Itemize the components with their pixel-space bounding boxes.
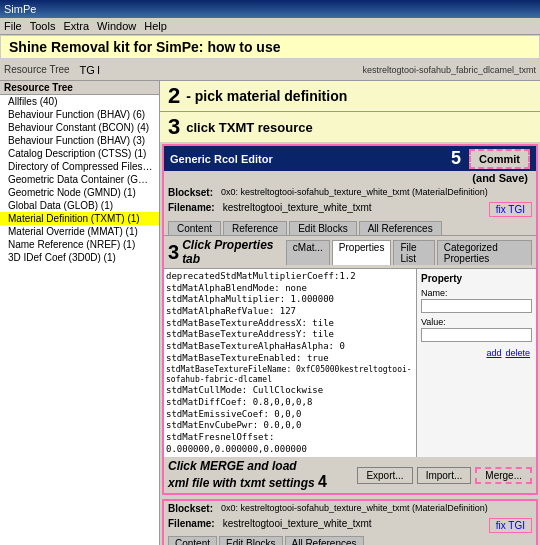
prop-item: stdMatBaseTextureAddressY: tile	[166, 329, 414, 341]
import-button[interactable]: Import...	[417, 467, 472, 484]
menu-bar: File Tools Extra Window Help	[0, 18, 540, 35]
filename-row: Filename: kestreltogtooi_texture_white_t…	[164, 200, 536, 219]
fix-tgi-button[interactable]: fix TGI	[489, 202, 532, 217]
tree-item-dir[interactable]: Directory of Compressed Files (1)	[0, 160, 159, 173]
shine-banner: Shine Removal kit for SimPe: how to use	[0, 35, 540, 59]
resource-tree-title: Resource Tree	[4, 82, 73, 93]
value-input[interactable]	[421, 328, 532, 342]
prop-item: stdMatEmissiveCoef: 0,0,0	[166, 409, 414, 421]
bottom-blockset-value: 0x0: kestreltogtooi-sofahub_texture_whit…	[221, 503, 488, 514]
editor-body: deprecatedStdMatMultiplierCoeff:1.2 stdM…	[164, 269, 536, 457]
right-area: 2 - pick material definition Name Type G…	[160, 81, 540, 545]
blockset-value: 0x0: kestreltogtooi-sofahub_texture_whit…	[221, 187, 488, 198]
step3-text: Click Properties tab	[182, 238, 282, 266]
prop-item: stdMatBaseTextureEnabled: true	[166, 353, 414, 365]
prop-item: stdMatDiffCoef: 0.8,0,0,0,8	[166, 397, 414, 409]
toolbar-i[interactable]: I	[97, 64, 100, 76]
tree-item-gmdc[interactable]: Geometric Data Container (GMDC)	[0, 173, 159, 186]
filename-label: Filename:	[168, 202, 215, 217]
rcol-editor-title: Generic Rcol Editor 5 Commit	[164, 146, 536, 171]
title-bar: SimPe	[0, 0, 540, 18]
tab-edit-blocks[interactable]: Edit Blocks	[289, 221, 356, 235]
resource-tree-label: Resource Tree	[4, 64, 70, 75]
export-button[interactable]: Export...	[357, 467, 412, 484]
bottom-blockset-row: Blockset: 0x0: kestreltogtooi-sofahub_te…	[164, 501, 536, 516]
tree-item-allfiles[interactable]: Allfiles (40)	[0, 95, 159, 108]
menu-window[interactable]: Window	[97, 20, 136, 32]
toolbar-tg[interactable]: TG	[80, 64, 95, 76]
tree-item-3d0d[interactable]: 3D IDef Coef (3D0D) (1)	[0, 251, 159, 264]
merge-button[interactable]: Merge...	[475, 467, 532, 484]
step2-number: 2	[168, 83, 180, 109]
bottom-filename-row: Filename: kestreltogtooi_texture_white_t…	[164, 516, 536, 535]
step4-annotation: Click MERGE and loadxml file with txmt s…	[168, 459, 327, 491]
tree-item-ctss[interactable]: Catalog Description (CTSS) (1)	[0, 147, 159, 160]
subtab-properties[interactable]: Properties	[332, 240, 392, 265]
step3-annotation: 3 Click Properties tab	[168, 238, 282, 266]
bottom-tab-edit-blocks[interactable]: Edit Blocks	[219, 536, 282, 545]
tree-item-bcon[interactable]: Behaviour Constant (BCON) (4)	[0, 121, 159, 134]
step1-text: click TXMT resource	[186, 120, 312, 135]
menu-file[interactable]: File	[4, 20, 22, 32]
tree-item-gmnd[interactable]: Geometric Node (GMND) (1)	[0, 186, 159, 199]
property-panel: Property Name: Value: add delete	[416, 269, 536, 457]
tree-item-bhav[interactable]: Behaviour Function (BHAV) (6)	[0, 108, 159, 121]
menu-tools[interactable]: Tools	[30, 20, 56, 32]
prop-item: stdMatAlphaRefValue: 127	[166, 306, 414, 318]
prop-item: stdMatFresnelOffset: 0.000000,0.000000,0…	[166, 432, 414, 455]
prop-item: stdMatBaseTextureAlphaHasAlpha: 0	[166, 341, 414, 353]
step2-text: - pick material definition	[186, 88, 347, 104]
step1-annotation: 3 click TXMT resource	[160, 112, 540, 142]
tree-item-txmt[interactable]: Material Definition (TXMT) (1)	[0, 212, 159, 225]
resource-tree-panel: Resource Tree Allfiles (40) Behaviour Fu…	[0, 81, 160, 545]
blockset-row: Blockset: 0x0: kestreltogtooi-sofahub_te…	[164, 185, 536, 200]
prop-item: stdMatCullMode: CullClockwise	[166, 385, 414, 397]
rcol-tabs: Content Reference Edit Blocks All Refere…	[164, 219, 536, 236]
tree-item-glob[interactable]: Global Data (GLOB) (1)	[0, 199, 159, 212]
menu-help[interactable]: Help	[144, 20, 167, 32]
delete-link[interactable]: delete	[505, 348, 530, 358]
resource-tree-header: Resource Tree	[0, 81, 159, 95]
subtab-filelist[interactable]: File List	[393, 240, 434, 265]
prop-item: stdMatBaseTextureFileName: 0xfC05000kest…	[166, 365, 414, 386]
value-label: Value:	[421, 317, 532, 327]
props-actions: add delete	[421, 346, 532, 360]
tree-item-mmat[interactable]: Material Override (MMAT) (1)	[0, 225, 159, 238]
filename-value: kestreltogtooi_texture_white_txmt	[223, 202, 372, 217]
property-header: Property	[421, 273, 532, 284]
bottom-blockset-label: Blockset:	[168, 503, 213, 514]
menu-extra[interactable]: Extra	[63, 20, 89, 32]
bottom-section: Blockset: 0x0: kestreltogtooi-sofahub_te…	[162, 499, 538, 545]
prop-item: deprecatedStdMatMultiplierCoeff:1.2	[166, 271, 414, 283]
filename-display: kestreltogtooi-sofahub_fabric_dlcamel_tx…	[362, 65, 536, 75]
rcol-editor-top: Generic Rcol Editor 5 Commit (and Save) …	[162, 144, 538, 495]
prop-item: stdMatEnvCubePwr: 0.0,0,0	[166, 420, 414, 432]
tab-content[interactable]: Content	[168, 221, 221, 235]
step5-number: 5	[451, 148, 461, 169]
step2-annotation: 2 - pick material definition	[160, 81, 540, 111]
app-title: SimPe	[4, 3, 36, 15]
subtab-cmat[interactable]: cMat...	[286, 240, 330, 265]
prop-item: stdMatAlphaMultiplier: 1.000000	[166, 294, 414, 306]
tree-item-nref[interactable]: Name Reference (NREF) (1)	[0, 238, 159, 251]
rcol-title-text: Generic Rcol Editor	[170, 153, 273, 165]
name-label: Name:	[421, 288, 532, 298]
tab-all-references[interactable]: All References	[359, 221, 442, 235]
bottom-filename-label: Filename:	[168, 518, 215, 533]
bottom-tab-content[interactable]: Content	[168, 536, 217, 545]
subtab-categorized[interactable]: Categorized Properties	[437, 240, 532, 265]
bottom-filename-value: kestreltogtooi_texture_white_txmt	[223, 518, 372, 533]
name-input[interactable]	[421, 299, 532, 313]
prop-item: stdMatAlphaBlendMode: none	[166, 283, 414, 295]
commit-button[interactable]: Commit	[469, 149, 530, 169]
tab-reference[interactable]: Reference	[223, 221, 287, 235]
step4-number: 4	[318, 473, 327, 490]
bottom-fix-tgi-button[interactable]: fix TGI	[489, 518, 532, 533]
bottom-tab-all-references[interactable]: All References	[285, 536, 364, 545]
main-container: Resource Tree Allfiles (40) Behaviour Fu…	[0, 81, 540, 545]
step3-number: 3	[168, 241, 179, 264]
add-link[interactable]: add	[486, 348, 501, 358]
properties-list: deprecatedStdMatMultiplierCoeff:1.2 stdM…	[164, 269, 416, 457]
tree-item-bhav2[interactable]: Behaviour Function (BHAV) (3)	[0, 134, 159, 147]
blockset-label: Blockset:	[168, 187, 213, 198]
